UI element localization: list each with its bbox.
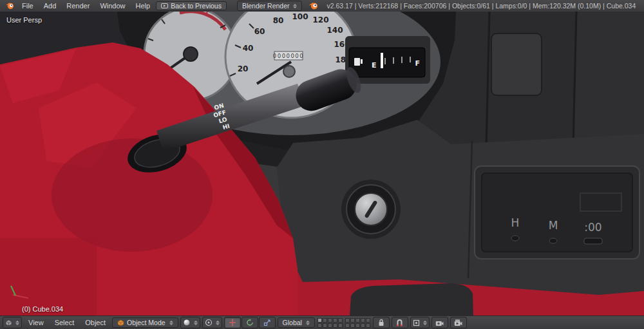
rotate-arc-icon <box>246 319 254 326</box>
scene-stats: v2.63.17 | Verts:212168 | Faces:200706 |… <box>327 2 636 10</box>
fuel-pump-icon <box>354 58 360 66</box>
snap-element-icon <box>413 319 420 326</box>
layer-toggle[interactable] <box>323 323 327 328</box>
scene-3d: 20 40 60 80 100 120 140 160 180 0000000 <box>0 12 644 316</box>
layer-toggle[interactable] <box>355 323 360 328</box>
snap-toggle-button[interactable] <box>392 317 408 328</box>
clock-minutes-label: M <box>549 219 558 232</box>
layer-toggle[interactable] <box>317 323 322 328</box>
layer-toggle[interactable] <box>338 323 343 328</box>
lock-icon <box>378 319 384 326</box>
layers-group-1 <box>317 318 343 328</box>
clock-hours-button <box>511 236 519 241</box>
updown-arrows-icon <box>423 321 427 325</box>
layer-toggle[interactable] <box>350 318 355 323</box>
updown-arrows-icon <box>169 321 173 325</box>
tach-hub <box>184 47 198 61</box>
ignition-switch <box>341 180 401 239</box>
fuel-needle <box>381 53 383 68</box>
layer-toggle[interactable] <box>366 323 370 328</box>
speedo-number: 100 <box>292 12 308 21</box>
layer-toggle[interactable] <box>338 318 343 323</box>
fuel-empty-label: E <box>372 61 377 70</box>
viewport-editor-icon <box>5 319 12 326</box>
updown-arrows-icon <box>194 321 198 325</box>
clock-minutes-button <box>549 238 557 243</box>
layer-toggle[interactable] <box>333 323 337 328</box>
layer-toggle[interactable] <box>328 318 332 323</box>
opengl-render-anim-button[interactable] <box>450 317 467 328</box>
shading-sphere-icon <box>183 319 191 326</box>
layer-toggle[interactable] <box>323 318 327 323</box>
menu-object[interactable]: Object <box>80 319 110 326</box>
manipulator-translate-button[interactable] <box>224 317 241 328</box>
layer-toggle[interactable] <box>350 323 355 328</box>
speedo-number: 20 <box>238 64 249 73</box>
updown-arrows-icon <box>293 4 297 8</box>
mode-select[interactable]: Object Mode <box>112 317 178 328</box>
mode-select-value: Object Mode <box>127 319 166 326</box>
layer-toggle[interactable] <box>328 323 332 328</box>
clock-hours-label: H <box>511 216 520 229</box>
updown-arrows-icon <box>306 321 310 325</box>
layer-toggle[interactable] <box>345 323 350 328</box>
render-engine-select[interactable]: Blender Render <box>237 1 303 11</box>
speedo-number: 80 <box>273 16 284 25</box>
transform-orientation-select[interactable]: Global <box>278 317 315 328</box>
menu-help[interactable]: Help <box>131 2 155 10</box>
blender-logo-icon <box>308 2 318 10</box>
screen-back-icon <box>161 3 168 9</box>
layers-group-2 <box>345 318 370 328</box>
pivot-point-icon <box>205 319 213 326</box>
odometer-reading: 0000000 <box>273 53 304 59</box>
mini-axis-gizmo <box>9 284 32 302</box>
column-lower-cover <box>350 283 473 316</box>
layer-toggle[interactable] <box>333 318 337 323</box>
object-mode-cube-icon <box>117 319 124 326</box>
clock-seconds-button <box>584 238 602 244</box>
info-header: File Add Render Window Help Back to Prev… <box>0 0 644 12</box>
lock-to-scene-button[interactable] <box>373 317 390 328</box>
layer-toggle[interactable] <box>361 318 365 323</box>
layer-toggle[interactable] <box>361 323 365 328</box>
blender-app-icon[interactable] <box>5 2 14 10</box>
camera-film-icon <box>454 319 462 326</box>
pivot-point-select[interactable] <box>202 317 222 328</box>
viewport-header: View Select Object Object Mode <box>0 315 644 329</box>
orientation-value: Global <box>283 319 302 326</box>
blender-window: File Add Render Window Help Back to Prev… <box>0 0 644 329</box>
layers-widget <box>317 318 371 328</box>
layer-toggle[interactable] <box>317 318 322 323</box>
viewport-shading-select[interactable] <box>180 317 200 328</box>
active-object-label: (0) Cube.034 <box>22 305 63 313</box>
menu-view[interactable]: View <box>24 319 48 326</box>
dash-vent-panel <box>491 33 542 95</box>
back-to-previous-button[interactable]: Back to Previous <box>156 1 227 10</box>
menu-select[interactable]: Select <box>50 319 79 326</box>
menu-render[interactable]: Render <box>62 2 94 10</box>
render-engine-value: Blender Render <box>242 2 290 10</box>
clock-seconds-label: :00 <box>584 221 601 234</box>
viewport-3d[interactable]: 20 40 60 80 100 120 140 160 180 0000000 <box>0 12 644 316</box>
layer-toggle[interactable] <box>345 318 350 323</box>
trip-reset-knob <box>283 66 295 77</box>
menu-add[interactable]: Add <box>39 2 61 10</box>
clock-panel: H M :00 <box>475 166 639 259</box>
speedo-number: 40 <box>243 44 254 53</box>
scale-square-icon <box>263 319 271 326</box>
layer-toggle[interactable] <box>355 318 360 323</box>
menu-file[interactable]: File <box>17 2 38 10</box>
snap-element-select[interactable] <box>410 317 430 328</box>
menu-window[interactable]: Window <box>95 2 129 10</box>
back-to-previous-label: Back to Previous <box>171 2 222 10</box>
opengl-render-button[interactable] <box>431 317 448 328</box>
manipulator-scale-button[interactable] <box>259 317 276 328</box>
updown-arrows-icon <box>15 321 19 325</box>
fuel-full-label: F <box>415 59 420 68</box>
speedo-number: 120 <box>312 15 328 24</box>
manipulator-rotate-button[interactable] <box>242 317 258 328</box>
speedo-number: 140 <box>327 26 343 35</box>
editor-type-button[interactable] <box>3 317 22 328</box>
layer-toggle[interactable] <box>366 318 370 323</box>
magnet-icon <box>396 319 403 326</box>
